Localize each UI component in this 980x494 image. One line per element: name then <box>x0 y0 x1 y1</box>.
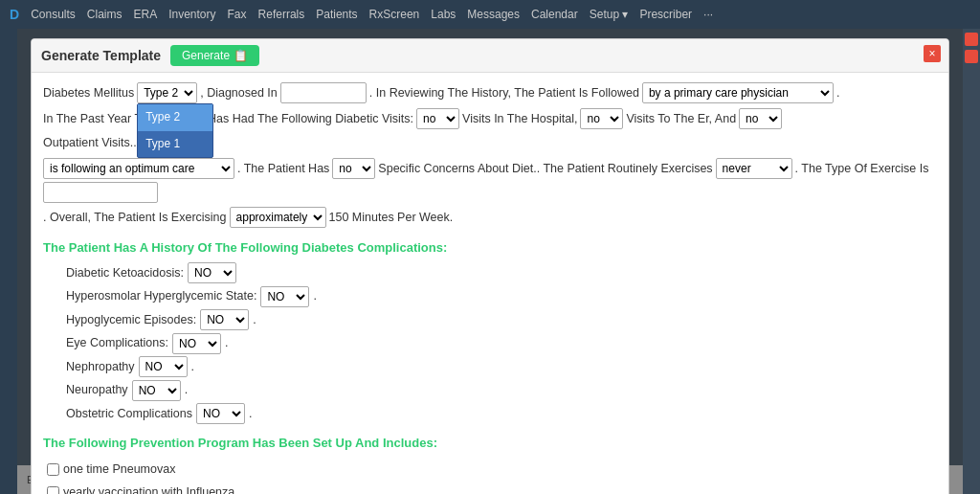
generate-label: Generate <box>182 49 230 62</box>
period-3: . <box>253 309 256 331</box>
type-exercise-label: . The Type Of Exercise Is <box>795 158 929 180</box>
influenza-checkbox[interactable] <box>47 486 59 494</box>
nav-labs[interactable]: Labs <box>431 8 456 21</box>
influenza-label: yearly vaccination with Influenza <box>63 482 234 494</box>
nav-setup[interactable]: Setup ▾ <box>590 8 629 21</box>
right-sidebar <box>963 29 980 494</box>
patient-has-select[interactable]: no yes <box>332 158 375 179</box>
sidebar-btn-2[interactable] <box>965 50 978 63</box>
modal-body: Diabetes Mellitus Type 1 Type 2 Type 2 T… <box>32 73 948 494</box>
type-select-wrapper: Type 1 Type 2 Type 2 Type 1 <box>137 82 197 104</box>
period-1: . <box>836 82 839 104</box>
nav-claims[interactable]: Claims <box>87 8 122 21</box>
complication-label-0: Diabetic Ketoacidosis: <box>66 262 184 284</box>
complication-select-4[interactable]: NOYES <box>139 356 188 377</box>
complication-label-1: Hyperosmolar Hyperglycemic State: <box>66 285 256 307</box>
generate-template-modal: Generate Template Generate 📋 × Diabetes … <box>31 38 949 494</box>
complication-select-0[interactable]: NOYES <box>188 262 236 283</box>
concerns-label: Specific Concerns About Diet.. The Patie… <box>378 158 712 180</box>
overall-select[interactable]: approximately less than more than <box>230 207 326 228</box>
complication-select-1[interactable]: NOYES <box>260 286 309 307</box>
patient-has-label: . The Patient Has <box>237 158 329 180</box>
diagnosed-in-input[interactable] <box>280 82 367 103</box>
period-7: . <box>249 403 252 425</box>
nav-fax[interactable]: Fax <box>228 8 247 21</box>
prevention-influenza: yearly vaccination with Influenza <box>47 482 937 494</box>
period-6: . <box>185 379 188 401</box>
overall-label: . Overall, The Patient Is Exercising <box>43 207 227 229</box>
complication-obstetric: Obstetric Complications NOYES . <box>66 403 937 425</box>
pneumovax-checkbox[interactable] <box>47 463 59 476</box>
complication-nephropathy: Nephropathy NOYES . <box>66 356 937 378</box>
modal-title: Generate Template <box>41 48 161 63</box>
had-visits-label: Has Had The Following Diabetic Visits: <box>208 108 413 130</box>
reviewing-label: . In Reviewing The History, The Patient … <box>369 82 639 104</box>
complication-label-6: Obstetric Complications <box>66 403 192 425</box>
nav-referrals[interactable]: Referrals <box>258 8 305 21</box>
complication-hypoglycemic: Hypoglycemic Episodes: NOYES . <box>66 309 937 331</box>
period-4: . <box>225 332 228 354</box>
complication-hyperosmolar: Hyperosmolar Hyperglycemic State: NOYES … <box>66 285 937 307</box>
complication-select-3[interactable]: NOYES <box>172 333 221 354</box>
pneumovax-label: one time Pneumovax <box>63 459 175 481</box>
nav-rxscreen[interactable]: RxScreen <box>369 8 420 21</box>
exercise-type-input[interactable] <box>43 182 158 203</box>
visits-no-select[interactable]: no yes <box>416 108 459 129</box>
visits-hospital-label: Visits In The Hospital, <box>462 108 577 130</box>
complication-label-3: Eye Complications: <box>66 332 168 354</box>
nav-more[interactable]: ··· <box>703 8 713 21</box>
form-line-1: Diabetes Mellitus Type 1 Type 2 Type 2 T… <box>43 82 937 104</box>
complication-neuropathy: Neuropathy NOYES . <box>66 379 937 401</box>
form-line-3: is following an optimum care is not foll… <box>43 158 937 204</box>
complications-list: Diabetic Ketoacidosis: NOYES Hyperosmola… <box>43 262 937 425</box>
prevention-heading: The Following Prevention Program Has Bee… <box>43 432 937 454</box>
diabetes-type-select[interactable]: Type 1 Type 2 <box>137 82 197 103</box>
period-2: . <box>313 285 316 307</box>
complications-heading: The Patient Has A History Of The Followi… <box>43 236 937 258</box>
nav-inventory[interactable]: Inventory <box>168 8 215 21</box>
er-select[interactable]: no yes <box>739 108 782 129</box>
sidebar-btn-1[interactable] <box>965 33 978 46</box>
diabetes-mellitus-label: Diabetes Mellitus <box>43 82 134 104</box>
type2-option[interactable]: Type 2 <box>138 104 212 131</box>
minutes-label: 150 Minutes Per Week. <box>329 207 454 229</box>
diagnosed-in-label: , Diagnosed In <box>200 82 278 104</box>
exercises-select[interactable]: never sometimes daily weekly <box>716 158 792 179</box>
complication-select-5[interactable]: NOYES <box>132 380 181 401</box>
following-select[interactable]: is following an optimum care is not foll… <box>43 158 234 179</box>
nav-messages[interactable]: Messages <box>467 8 520 21</box>
type1-option[interactable]: Type 1 <box>138 131 212 158</box>
complication-select-6[interactable]: NOYES <box>196 403 245 424</box>
complication-eye: Eye Complications: NOYES . <box>66 332 937 354</box>
complication-select-2[interactable]: NOYES <box>200 309 249 330</box>
complication-label-2: Hypoglycemic Episodes: <box>66 309 196 331</box>
nav-prescriber[interactable]: Prescriber <box>639 8 692 21</box>
form-line-4: . Overall, The Patient Is Exercising app… <box>43 207 937 229</box>
nav-era[interactable]: ERA <box>133 8 157 21</box>
period-5: . <box>191 356 194 378</box>
modal-overlay: Generate Template Generate 📋 × Diabetes … <box>17 29 963 494</box>
top-navigation: D Consults Claims ERA Inventory Fax Refe… <box>0 0 980 29</box>
left-sidebar <box>0 29 17 494</box>
nav-consults[interactable]: Consults <box>31 8 76 21</box>
logo: D <box>10 7 19 22</box>
complication-label-5: Neuropathy <box>66 379 128 401</box>
hospital-select[interactable]: no yes <box>580 108 623 129</box>
past-year-label: In The Past Year T <box>43 108 142 130</box>
complication-label-4: Nephropathy <box>66 356 135 378</box>
complication-ketoacidosis: Diabetic Ketoacidosis: NOYES <box>66 262 937 284</box>
nav-patients[interactable]: Patients <box>316 8 357 21</box>
followed-by-select[interactable]: by a primary care physician by an endocr… <box>642 82 834 103</box>
prevention-pneumovax: one time Pneumovax <box>47 459 937 481</box>
nav-calendar[interactable]: Calendar <box>531 8 578 21</box>
generate-icon: 📋 <box>234 49 248 62</box>
modal-header: Generate Template Generate 📋 × <box>32 39 948 73</box>
visits-er-label: Visits To The Er, And <box>626 108 736 130</box>
generate-button[interactable]: Generate 📋 <box>170 45 259 66</box>
type-dropdown-popup[interactable]: Type 2 Type 1 <box>137 103 213 158</box>
close-button[interactable]: × <box>924 45 941 62</box>
prevention-list: one time Pneumovax yearly vaccination wi… <box>43 459 937 494</box>
